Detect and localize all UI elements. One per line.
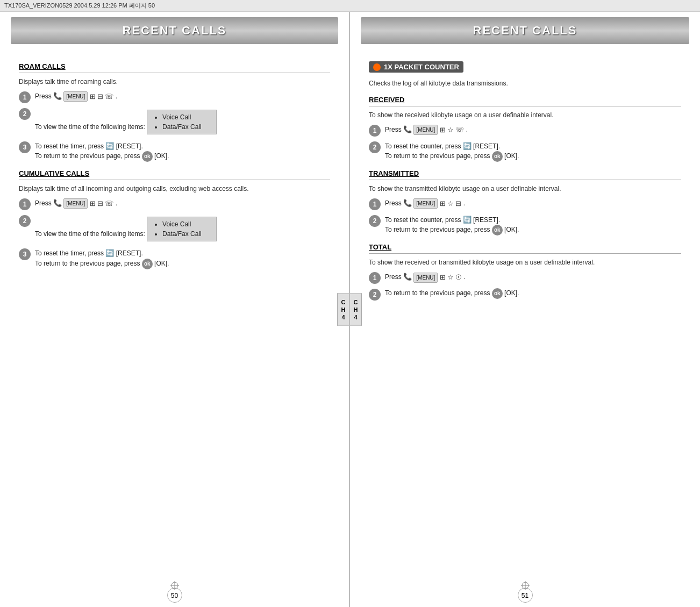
roam-step-2: 2 To view the time of the following item… (19, 108, 330, 137)
cumulative-step-2-content: To view the time of the following items:… (35, 215, 330, 244)
menu-key-1: [MENU] (63, 91, 88, 102)
roam-step-1-num: 1 (19, 91, 31, 103)
phone-icon-rec: 📞 (403, 124, 412, 135)
reset-icon-roam: 🔄 (105, 141, 114, 152)
top-bar-text: TX170SA_VERIZON0529 2004.5.29 12:26 PM 페… (4, 2, 155, 9)
nav-total-a: ⊞ (440, 272, 446, 283)
left-header-title: RECENT CALLS (123, 24, 227, 37)
cumulative-bullet-1: Voice Call (162, 219, 210, 229)
cumulative-step-2: 2 To view the time of the following item… (19, 215, 330, 244)
roam-step-3-content: To reset the timer, press 🔄 [RESET]. To … (35, 141, 330, 162)
received-step-2: 2 To reset the counter, press 🔄 [RESET].… (369, 141, 681, 162)
total-title: TOTAL (369, 243, 681, 251)
roam-step-1: 1 Press 📞 [MENU] ⊞ ⊟ ☏ . (19, 91, 330, 103)
nav-total-c: ☉ (455, 272, 462, 283)
nav-rec-a: ⊞ (440, 125, 446, 135)
roam-bullet-1: Voice Call (162, 112, 210, 122)
left-page-num: 50 (167, 588, 182, 603)
top-bar: TX170SA_VERIZON0529 2004.5.29 12:26 PM 페… (0, 0, 700, 12)
roam-calls-title: ROAM CALLS (19, 62, 330, 70)
phone-icon-total: 📞 (403, 272, 412, 282)
received-desc: To show the received kilobyte usage on a… (369, 111, 681, 120)
transmitted-step-2-content: To reset the counter, press 🔄 [RESET]. T… (385, 215, 681, 236)
cumulative-step-3-content: To reset the timer, press 🔄 [RESET]. To … (35, 248, 330, 269)
menu-key-total: [MENU] (413, 273, 438, 283)
roam-step-2-num: 2 (19, 108, 31, 120)
reg-mark-right (521, 581, 530, 590)
transmitted-step-1-num: 1 (369, 198, 381, 210)
roam-step-1-content: Press 📞 [MENU] ⊞ ⊟ ☏ . (35, 91, 330, 102)
menu-key-rec: [MENU] (413, 125, 438, 135)
cumulative-calls-desc: Displays talk time of all incoming and o… (19, 184, 330, 194)
roam-calls-desc: Displays talk time of roaming calls. (19, 77, 330, 87)
nav-cum-1b: ⊟ (97, 198, 103, 209)
ok-icon-total: ok (492, 288, 503, 299)
packet-counter-header-wrap: 1X PACKET COUNTER (369, 57, 681, 76)
cumulative-bullet-2: Data/Fax Call (162, 229, 210, 239)
chapter-tab-right: CH4 (350, 293, 362, 326)
packet-counter-label: 1X PACKET COUNTER (384, 63, 459, 71)
reset-icon-rec: 🔄 (463, 141, 472, 152)
nav-cum-1c: ☏ (105, 198, 113, 209)
nav-rec-c: ☏ (455, 125, 464, 135)
cumulative-step-1-num: 1 (19, 198, 31, 210)
ok-icon-rec: ok (492, 151, 503, 162)
cumulative-step-3: 3 To reset the timer, press 🔄 [RESET]. T… (19, 248, 330, 269)
packet-counter-desc: Checks the log of all kilobyte data tran… (369, 79, 681, 88)
nav-rec-b: ☆ (447, 125, 454, 135)
nav-trans-c: ⊟ (455, 198, 461, 209)
phone-icon-cum-1: 📞 (53, 198, 62, 209)
ok-icon-cum: ok (142, 259, 153, 269)
roam-step-3: 3 To reset the timer, press 🔄 [RESET]. T… (19, 141, 330, 162)
right-header-title: RECENT CALLS (473, 24, 577, 37)
received-step-1-num: 1 (369, 125, 381, 137)
nav-icon-1b: ⊟ (97, 91, 103, 102)
total-step-2-content: To return to the previous page, press ok… (385, 288, 681, 299)
received-title: RECEIVED (369, 96, 681, 104)
reset-icon-cum: 🔄 (105, 248, 114, 259)
page-left: CH4 RECENT CALLS ROAM CALLS Displays tal… (0, 12, 350, 607)
received-step-2-content: To reset the counter, press 🔄 [RESET]. T… (385, 141, 681, 162)
roam-step-3-num: 3 (19, 141, 31, 153)
nav-total-b: ☆ (447, 272, 454, 283)
received-step-2-num: 2 (369, 141, 381, 153)
right-page-content: 1X PACKET COUNTER Checks the log of all … (350, 49, 700, 583)
reset-icon-trans: 🔄 (463, 215, 472, 225)
packet-dot-icon (373, 63, 381, 71)
received-step-1-content: Press 📞 [MENU] ⊞ ☆ ☏ . (385, 124, 681, 135)
packet-counter-header: 1X PACKET COUNTER (369, 61, 463, 73)
cumulative-step-1: 1 Press 📞 [MENU] ⊞ ⊟ ☏ . (19, 198, 330, 210)
nav-cum-1a: ⊞ (90, 198, 96, 209)
left-page-content: ROAM CALLS Displays talk time of roaming… (0, 49, 349, 583)
total-step-2: 2 To return to the previous page, press … (369, 288, 681, 301)
chapter-tab-left: CH4 (337, 293, 349, 326)
right-page-header: RECENT CALLS (361, 17, 689, 44)
transmitted-step-2: 2 To reset the counter, press 🔄 [RESET].… (369, 215, 681, 236)
left-page-header: RECENT CALLS (11, 17, 338, 44)
ok-icon-trans: ok (492, 225, 503, 235)
page-right: CH4 RECENT CALLS 1X PACKET COUNTER Check… (350, 12, 700, 607)
reg-mark-left (170, 581, 179, 590)
cumulative-step-3-num: 3 (19, 248, 31, 260)
total-step-1-content: Press 📞 [MENU] ⊞ ☆ ☉ . (385, 272, 681, 283)
total-step-1-num: 1 (369, 272, 381, 284)
nav-icon-1c: ☏ (105, 91, 113, 102)
menu-key-trans: [MENU] (413, 198, 438, 209)
roam-bullet-2: Data/Fax Call (162, 122, 210, 132)
nav-trans-b: ☆ (447, 198, 454, 209)
ok-icon-roam: ok (142, 151, 153, 162)
total-step-2-num: 2 (369, 289, 381, 301)
phone-icon-trans: 📞 (403, 198, 412, 209)
right-page-num: 51 (518, 588, 533, 603)
received-step-1: 1 Press 📞 [MENU] ⊞ ☆ ☏ . (369, 124, 681, 137)
transmitted-step-1-content: Press 📞 [MENU] ⊞ ☆ ⊟ . (385, 198, 681, 209)
phone-icon-1: 📞 (53, 91, 62, 102)
cumulative-calls-title: CUMULATIVE CALLS (19, 169, 330, 177)
transmitted-desc: To show the transmitted kilobyte usage o… (369, 184, 681, 194)
nav-trans-a: ⊞ (440, 198, 446, 209)
menu-key-cum-1: [MENU] (63, 198, 88, 209)
transmitted-step-1: 1 Press 📞 [MENU] ⊞ ☆ ⊟ . (369, 198, 681, 210)
cumulative-bullet-box: Voice Call Data/Fax Call (147, 217, 217, 241)
cumulative-step-1-content: Press 📞 [MENU] ⊞ ⊟ ☏ . (35, 198, 330, 209)
total-desc: To show the received or transmitted kilo… (369, 258, 681, 267)
